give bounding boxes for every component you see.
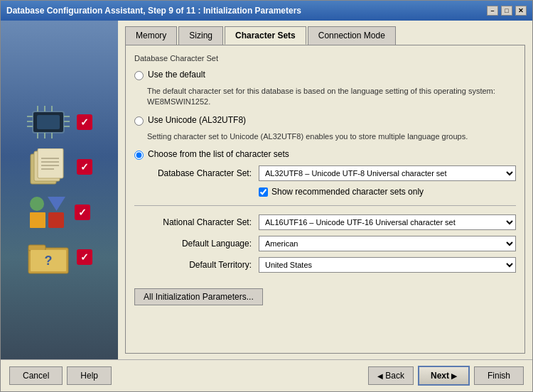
national-charset-row: National Character Set: AL16UTF16 – Unic… bbox=[134, 214, 516, 230]
default-language-label: Default Language: bbox=[134, 239, 252, 249]
cancel-button[interactable]: Cancel bbox=[9, 366, 63, 385]
radio-unicode-label[interactable]: Use Unicode (AL32UTF8) bbox=[148, 115, 246, 125]
svg-rect-1 bbox=[37, 115, 60, 129]
tab-character-sets[interactable]: Character Sets bbox=[225, 26, 306, 45]
check-badge-1: ✓ bbox=[77, 114, 92, 130]
default-language-row: Default Language: American bbox=[134, 236, 516, 251]
all-params-container: All Initialization Parameters... bbox=[134, 283, 516, 305]
default-territory-select[interactable]: United States bbox=[259, 257, 516, 273]
back-label: Back bbox=[385, 371, 404, 381]
next-label: Next bbox=[431, 371, 449, 381]
show-recommended-label[interactable]: Show recommended character sets only bbox=[271, 187, 424, 197]
default-territory-row: Default Territory: United States bbox=[134, 257, 516, 273]
right-buttons: ◀ Back Next ▶ Finish bbox=[368, 366, 524, 386]
radio-unicode[interactable] bbox=[134, 116, 144, 126]
tab-sizing[interactable]: Sizing bbox=[178, 26, 223, 45]
radio-unicode-option: Use Unicode (AL32UTF8) bbox=[134, 115, 516, 126]
show-recommended-row: Show recommended character sets only bbox=[259, 187, 516, 197]
left-panel-icons: ✓ ✓ bbox=[8, 106, 111, 275]
left-panel: ✓ ✓ bbox=[1, 21, 118, 359]
svg-rect-23 bbox=[48, 212, 64, 228]
folder-icon: ? bbox=[27, 239, 70, 275]
shapes-icon bbox=[28, 195, 68, 229]
check-badge-4: ✓ bbox=[77, 249, 92, 265]
show-recommended-checkbox[interactable] bbox=[259, 187, 268, 197]
radio-default[interactable] bbox=[134, 71, 144, 80]
documents-icon bbox=[27, 148, 70, 185]
radio-choose-option: Choose from the list of character sets bbox=[134, 149, 516, 160]
db-charset-row: Database Character Set: AL32UTF8 – Unico… bbox=[134, 165, 516, 181]
right-panel: Memory Sizing Character Sets Connection … bbox=[118, 21, 532, 359]
next-button[interactable]: Next ▶ bbox=[418, 366, 470, 386]
minimize-button[interactable]: – bbox=[487, 6, 498, 16]
section-header: Database Character Set bbox=[134, 54, 516, 62]
maximize-button[interactable]: □ bbox=[501, 6, 512, 16]
radio-choose-label[interactable]: Choose from the list of character sets bbox=[148, 149, 289, 159]
main-window: Database Configuration Assistant, Step 9… bbox=[0, 0, 533, 392]
check-badge-2: ✓ bbox=[77, 159, 92, 175]
national-charset-select[interactable]: AL16UTF16 – Unicode UTF-16 Universal cha… bbox=[259, 214, 516, 230]
radio-unicode-desc: Setting character set to Unicode (AL32UT… bbox=[147, 131, 516, 142]
tabs-row: Memory Sizing Character Sets Connection … bbox=[125, 26, 525, 45]
all-params-button[interactable]: All Initialization Parameters... bbox=[134, 288, 263, 305]
icon-row-4: ? ✓ bbox=[8, 239, 111, 275]
icon-row-1: ✓ bbox=[8, 106, 111, 138]
icon-row-3: ✓ bbox=[8, 195, 111, 229]
radio-choose[interactable] bbox=[134, 151, 144, 160]
separator bbox=[134, 205, 516, 206]
chip-icon bbox=[27, 106, 70, 138]
default-language-select[interactable]: American bbox=[259, 236, 516, 251]
bottom-bar: Cancel Help ◀ Back Next ▶ Finish bbox=[1, 359, 532, 391]
national-charset-label: National Character Set: bbox=[134, 217, 252, 227]
help-button[interactable]: Help bbox=[67, 366, 112, 385]
radio-default-option: Use the default bbox=[134, 70, 516, 80]
default-territory-label: Default Territory: bbox=[134, 260, 252, 270]
db-charset-select[interactable]: AL32UTF8 – Unicode UTF-8 Universal chara… bbox=[259, 165, 516, 181]
check-badge-3: ✓ bbox=[75, 205, 90, 220]
radio-default-label[interactable]: Use the default bbox=[148, 70, 205, 80]
svg-point-24 bbox=[30, 197, 44, 211]
tab-memory[interactable]: Memory bbox=[125, 26, 177, 45]
back-arrow-icon: ◀ bbox=[377, 372, 383, 380]
tab-content: Database Character Set Use the default T… bbox=[125, 45, 525, 354]
title-bar: Database Configuration Assistant, Step 9… bbox=[1, 1, 532, 21]
window-controls: – □ ✕ bbox=[487, 6, 527, 16]
radio-default-desc: The default character set for this datab… bbox=[147, 86, 516, 108]
icon-row-2: ✓ bbox=[8, 148, 111, 185]
next-arrow-icon: ▶ bbox=[451, 372, 457, 380]
close-button[interactable]: ✕ bbox=[515, 6, 527, 16]
window-title: Database Configuration Assistant, Step 9… bbox=[6, 6, 301, 16]
finish-button[interactable]: Finish bbox=[474, 366, 524, 385]
svg-text:?: ? bbox=[44, 254, 52, 268]
window-content: ✓ ✓ bbox=[1, 21, 532, 359]
left-buttons: Cancel Help bbox=[9, 366, 112, 385]
tab-connection-mode[interactable]: Connection Mode bbox=[308, 26, 396, 45]
svg-rect-26 bbox=[28, 245, 45, 251]
db-charset-label: Database Character Set: bbox=[134, 168, 252, 178]
svg-rect-16 bbox=[38, 148, 63, 178]
svg-rect-21 bbox=[30, 212, 45, 228]
svg-marker-22 bbox=[48, 197, 65, 211]
back-button[interactable]: ◀ Back bbox=[368, 366, 414, 385]
